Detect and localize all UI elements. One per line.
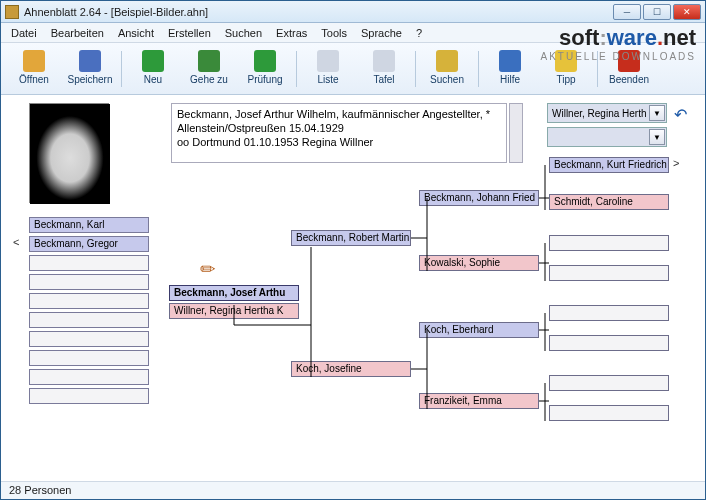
menubar: Datei Bearbeiten Ansicht Erstellen Suche… <box>1 23 705 43</box>
toolbar-label: Tafel <box>373 74 394 85</box>
toolbar-label: Neu <box>144 74 162 85</box>
open-icon <box>23 50 45 72</box>
app-icon <box>5 5 19 19</box>
toolbar-chart-button[interactable]: Tafel <box>359 47 409 91</box>
toolbar-label: Suchen <box>430 74 464 85</box>
toolbar-label: Öffnen <box>19 74 49 85</box>
menu-datei[interactable]: Datei <box>11 27 37 39</box>
toolbar-save-button[interactable]: Speichern <box>65 47 115 91</box>
toolbar-label: Hilfe <box>500 74 520 85</box>
close-button[interactable]: ✕ <box>673 4 701 20</box>
toolbar-label: Speichern <box>67 74 112 85</box>
goto-icon <box>198 50 220 72</box>
toolbar: ÖffnenSpeichernNeuGehe zuPrüfungListeTaf… <box>1 43 705 95</box>
toolbar-tip-button[interactable]: Tipp <box>541 47 591 91</box>
tree-connectors <box>1 95 705 481</box>
menu-erstellen[interactable]: Erstellen <box>168 27 211 39</box>
content-area: Beckmann, KarlBeckmann, Gregor < Beckman… <box>1 95 705 481</box>
toolbar-help-button[interactable]: Hilfe <box>485 47 535 91</box>
menu-extras[interactable]: Extras <box>276 27 307 39</box>
menu-tools[interactable]: Tools <box>321 27 347 39</box>
toolbar-label: Liste <box>317 74 338 85</box>
help-icon <box>499 50 521 72</box>
toolbar-check-button[interactable]: Prüfung <box>240 47 290 91</box>
save-icon <box>79 50 101 72</box>
toolbar-label: Beenden <box>609 74 649 85</box>
list-icon <box>317 50 339 72</box>
window-title: Ahnenblatt 2.64 - [Beispiel-Bilder.ahn] <box>24 6 613 18</box>
menu-bearbeiten[interactable]: Bearbeiten <box>51 27 104 39</box>
minimize-button[interactable]: ─ <box>613 4 641 20</box>
check-icon <box>254 50 276 72</box>
new-icon <box>142 50 164 72</box>
search-icon <box>436 50 458 72</box>
menu-ansicht[interactable]: Ansicht <box>118 27 154 39</box>
menu-sprache[interactable]: Sprache <box>361 27 402 39</box>
maximize-button[interactable]: ☐ <box>643 4 671 20</box>
statusbar: 28 Personen <box>1 481 705 499</box>
toolbar-label: Prüfung <box>247 74 282 85</box>
toolbar-new-button[interactable]: Neu <box>128 47 178 91</box>
status-text: 28 Personen <box>9 484 71 496</box>
menu-help[interactable]: ? <box>416 27 422 39</box>
toolbar-list-button[interactable]: Liste <box>303 47 353 91</box>
toolbar-search-button[interactable]: Suchen <box>422 47 472 91</box>
exit-icon <box>618 50 640 72</box>
toolbar-label: Tipp <box>556 74 575 85</box>
toolbar-goto-button[interactable]: Gehe zu <box>184 47 234 91</box>
toolbar-label: Gehe zu <box>190 74 228 85</box>
chart-icon <box>373 50 395 72</box>
tip-icon <box>555 50 577 72</box>
toolbar-open-button[interactable]: Öffnen <box>9 47 59 91</box>
toolbar-exit-button[interactable]: Beenden <box>604 47 654 91</box>
menu-suchen[interactable]: Suchen <box>225 27 262 39</box>
